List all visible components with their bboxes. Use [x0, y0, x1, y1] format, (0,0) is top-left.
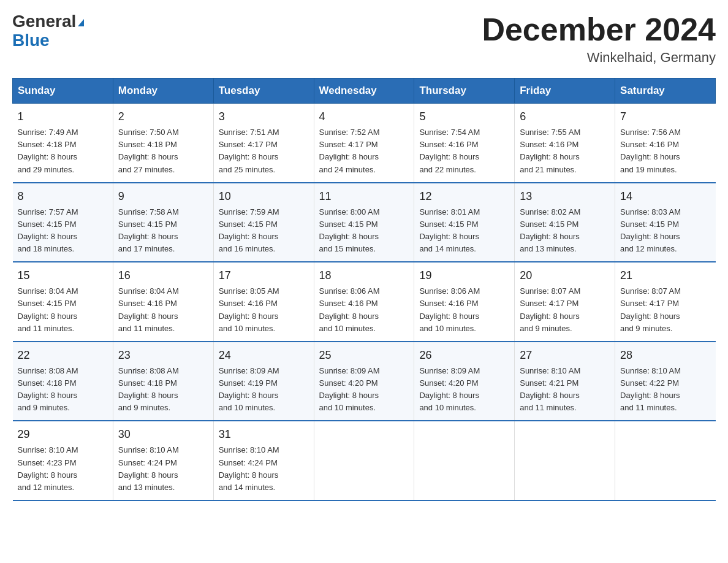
day-info: Sunrise: 7:50 AMSunset: 4:18 PMDaylight:…: [118, 128, 179, 174]
day-info: Sunrise: 8:10 AMSunset: 4:21 PMDaylight:…: [520, 366, 580, 412]
title-block: December 2024 Winkelhaid, Germany: [482, 12, 716, 66]
day-cell: [414, 421, 515, 500]
day-cell: 17Sunrise: 8:05 AMSunset: 4:16 PMDayligh…: [213, 262, 314, 342]
day-number: 9: [118, 188, 208, 205]
day-info: Sunrise: 8:04 AMSunset: 4:16 PMDaylight:…: [118, 286, 179, 332]
week-row-5: 29Sunrise: 8:10 AMSunset: 4:23 PMDayligh…: [13, 421, 716, 500]
day-cell: [515, 421, 615, 500]
day-number: 30: [118, 426, 208, 443]
header-row: Sunday Monday Tuesday Wednesday Thursday…: [13, 79, 716, 104]
day-info: Sunrise: 8:00 AMSunset: 4:15 PMDaylight:…: [319, 207, 380, 253]
day-number: 14: [620, 188, 710, 205]
day-info: Sunrise: 8:09 AMSunset: 4:19 PMDaylight:…: [219, 366, 279, 412]
day-cell: 16Sunrise: 8:04 AMSunset: 4:16 PMDayligh…: [113, 262, 213, 342]
day-number: 8: [18, 188, 108, 205]
day-number: 29: [18, 426, 108, 443]
day-cell: 5Sunrise: 7:54 AMSunset: 4:16 PMDaylight…: [414, 104, 515, 183]
day-cell: 27Sunrise: 8:10 AMSunset: 4:21 PMDayligh…: [515, 342, 615, 421]
day-number: 25: [319, 347, 409, 364]
logo-blue-text: Blue: [12, 31, 50, 50]
day-info: Sunrise: 7:54 AMSunset: 4:16 PMDaylight:…: [419, 128, 480, 174]
col-tuesday: Tuesday: [213, 79, 314, 104]
col-saturday: Saturday: [615, 79, 716, 104]
day-cell: 7Sunrise: 7:56 AMSunset: 4:16 PMDaylight…: [615, 104, 716, 183]
day-info: Sunrise: 8:07 AMSunset: 4:17 PMDaylight:…: [620, 286, 681, 332]
day-info: Sunrise: 8:08 AMSunset: 4:18 PMDaylight:…: [18, 366, 78, 412]
day-cell: 24Sunrise: 8:09 AMSunset: 4:19 PMDayligh…: [213, 342, 314, 421]
day-number: 22: [18, 347, 108, 364]
day-info: Sunrise: 7:58 AMSunset: 4:15 PMDaylight:…: [118, 207, 179, 253]
calendar-title: December 2024: [482, 12, 716, 47]
day-info: Sunrise: 8:10 AMSunset: 4:22 PMDaylight:…: [620, 366, 681, 412]
day-cell: 15Sunrise: 8:04 AMSunset: 4:15 PMDayligh…: [13, 262, 113, 342]
day-number: 24: [219, 347, 309, 364]
week-row-4: 22Sunrise: 8:08 AMSunset: 4:18 PMDayligh…: [13, 342, 716, 421]
day-cell: 19Sunrise: 8:06 AMSunset: 4:16 PMDayligh…: [414, 262, 515, 342]
day-info: Sunrise: 7:49 AMSunset: 4:18 PMDaylight:…: [18, 128, 78, 174]
col-monday: Monday: [113, 79, 213, 104]
logo-triangle-icon: [78, 19, 84, 26]
day-info: Sunrise: 8:10 AMSunset: 4:24 PMDaylight:…: [118, 445, 179, 491]
day-number: 11: [319, 188, 409, 205]
day-number: 28: [620, 347, 710, 364]
col-friday: Friday: [515, 79, 615, 104]
day-info: Sunrise: 8:03 AMSunset: 4:15 PMDaylight:…: [620, 207, 681, 253]
day-cell: 4Sunrise: 7:52 AMSunset: 4:17 PMDaylight…: [314, 104, 414, 183]
day-info: Sunrise: 8:07 AMSunset: 4:17 PMDaylight:…: [520, 286, 580, 332]
logo-text: General Blue: [12, 12, 84, 50]
day-number: 17: [219, 267, 309, 284]
day-cell: 14Sunrise: 8:03 AMSunset: 4:15 PMDayligh…: [615, 183, 716, 262]
day-cell: 1Sunrise: 7:49 AMSunset: 4:18 PMDaylight…: [13, 104, 113, 183]
day-cell: 12Sunrise: 8:01 AMSunset: 4:15 PMDayligh…: [414, 183, 515, 262]
day-number: 23: [118, 347, 208, 364]
day-cell: 26Sunrise: 8:09 AMSunset: 4:20 PMDayligh…: [414, 342, 515, 421]
day-number: 1: [18, 109, 108, 125]
day-info: Sunrise: 7:51 AMSunset: 4:17 PMDaylight:…: [219, 128, 279, 174]
week-row-3: 15Sunrise: 8:04 AMSunset: 4:15 PMDayligh…: [13, 262, 716, 342]
day-cell: 3Sunrise: 7:51 AMSunset: 4:17 PMDaylight…: [213, 104, 314, 183]
logo: General Blue: [12, 12, 84, 50]
day-info: Sunrise: 8:06 AMSunset: 4:16 PMDaylight:…: [419, 286, 480, 332]
day-cell: 22Sunrise: 8:08 AMSunset: 4:18 PMDayligh…: [13, 342, 113, 421]
day-number: 13: [520, 188, 610, 205]
day-number: 6: [520, 109, 610, 125]
week-row-1: 1Sunrise: 7:49 AMSunset: 4:18 PMDaylight…: [13, 104, 716, 183]
page-header: General Blue December 2024 Winkelhaid, G…: [12, 12, 716, 66]
day-number: 10: [219, 188, 309, 205]
day-cell: [615, 421, 716, 500]
week-row-2: 8Sunrise: 7:57 AMSunset: 4:15 PMDaylight…: [13, 183, 716, 262]
day-info: Sunrise: 8:06 AMSunset: 4:16 PMDaylight:…: [319, 286, 380, 332]
day-number: 26: [419, 347, 509, 364]
day-cell: 10Sunrise: 7:59 AMSunset: 4:15 PMDayligh…: [213, 183, 314, 262]
day-info: Sunrise: 8:09 AMSunset: 4:20 PMDaylight:…: [319, 366, 380, 412]
day-cell: 9Sunrise: 7:58 AMSunset: 4:15 PMDaylight…: [113, 183, 213, 262]
day-info: Sunrise: 7:52 AMSunset: 4:17 PMDaylight:…: [319, 128, 380, 174]
day-cell: 6Sunrise: 7:55 AMSunset: 4:16 PMDaylight…: [515, 104, 615, 183]
day-cell: 21Sunrise: 8:07 AMSunset: 4:17 PMDayligh…: [615, 262, 716, 342]
day-info: Sunrise: 8:10 AMSunset: 4:24 PMDaylight:…: [219, 445, 279, 491]
day-number: 19: [419, 267, 509, 284]
day-info: Sunrise: 7:59 AMSunset: 4:15 PMDaylight:…: [219, 207, 279, 253]
day-info: Sunrise: 7:57 AMSunset: 4:15 PMDaylight:…: [18, 207, 78, 253]
day-cell: 8Sunrise: 7:57 AMSunset: 4:15 PMDaylight…: [13, 183, 113, 262]
day-number: 31: [219, 426, 309, 443]
day-number: 27: [520, 347, 610, 364]
day-cell: 2Sunrise: 7:50 AMSunset: 4:18 PMDaylight…: [113, 104, 213, 183]
day-info: Sunrise: 8:05 AMSunset: 4:16 PMDaylight:…: [219, 286, 279, 332]
day-number: 3: [219, 109, 309, 125]
calendar-table: Sunday Monday Tuesday Wednesday Thursday…: [12, 78, 716, 501]
day-cell: 23Sunrise: 8:08 AMSunset: 4:18 PMDayligh…: [113, 342, 213, 421]
day-info: Sunrise: 8:08 AMSunset: 4:18 PMDaylight:…: [118, 366, 179, 412]
logo-general-text: General: [12, 12, 76, 31]
calendar-subtitle: Winkelhaid, Germany: [482, 50, 716, 66]
day-info: Sunrise: 7:56 AMSunset: 4:16 PMDaylight:…: [620, 128, 681, 174]
col-thursday: Thursday: [414, 79, 515, 104]
day-number: 7: [620, 109, 710, 125]
day-cell: 28Sunrise: 8:10 AMSunset: 4:22 PMDayligh…: [615, 342, 716, 421]
day-cell: 20Sunrise: 8:07 AMSunset: 4:17 PMDayligh…: [515, 262, 615, 342]
day-info: Sunrise: 8:09 AMSunset: 4:20 PMDaylight:…: [419, 366, 480, 412]
day-cell: 11Sunrise: 8:00 AMSunset: 4:15 PMDayligh…: [314, 183, 414, 262]
day-cell: 31Sunrise: 8:10 AMSunset: 4:24 PMDayligh…: [213, 421, 314, 500]
day-number: 4: [319, 109, 409, 125]
day-number: 20: [520, 267, 610, 284]
